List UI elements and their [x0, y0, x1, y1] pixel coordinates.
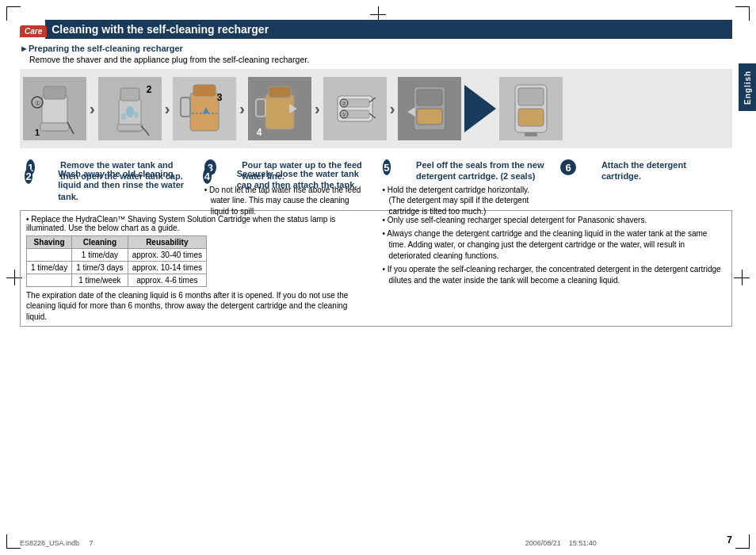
step-4-number: 4: [203, 168, 212, 184]
subtitle-description: Remove the shaver and the appliance plug…: [20, 55, 732, 64]
title-area: Care Cleaning with the self-cleaning rec…: [20, 20, 732, 39]
svg-point-13: [134, 112, 139, 118]
language-label: English: [743, 70, 752, 104]
subtitle: ►Preparing the self-cleaning recharger: [20, 44, 732, 53]
svg-rect-39: [525, 132, 537, 136]
step-4-title: Securely close the water tank cap and th…: [237, 168, 372, 191]
table-cell: [27, 248, 72, 261]
svg-rect-22: [256, 99, 265, 117]
arrow-4-5: ›: [313, 100, 322, 118]
col-empty-4: [554, 123, 732, 204]
final-recharger: [502, 78, 559, 139]
svg-text:1: 1: [35, 128, 40, 137]
table-cell: approx. 4-6 times: [128, 274, 206, 286]
svg-rect-1: [44, 86, 66, 99]
step-2-number: 2: [25, 168, 32, 184]
table-inner: • Replace the HydraClean™ Shaving System…: [26, 215, 726, 323]
svg-rect-33: [417, 90, 442, 105]
tank-illustration-3: 3: [176, 78, 233, 139]
svg-point-11: [126, 106, 134, 117]
table-intro: • Replace the HydraClean™ Shaving System…: [26, 215, 370, 232]
table-cell: 1 time/week: [72, 274, 128, 286]
svg-rect-34: [417, 109, 442, 124]
main-content: Care Cleaning with the self-cleaning rec…: [20, 20, 732, 535]
table-cell: 1 time/day: [27, 261, 72, 274]
diagram-image-6: [398, 77, 461, 140]
svg-rect-21: [269, 86, 291, 98]
corner-mark-tr: [735, 6, 750, 21]
corner-mark-tl: [6, 6, 21, 21]
table-right: • Only use self-cleaning recharger speci…: [383, 215, 727, 323]
table-cell: approx. 10-14 times: [128, 261, 206, 274]
svg-rect-16: [181, 98, 190, 117]
cartridge-illustration-5: ② ①: [326, 78, 384, 139]
svg-text:②: ②: [342, 101, 346, 106]
arrow-3-4: ›: [238, 100, 246, 118]
svg-text:①: ①: [342, 112, 346, 117]
table-cell: [27, 274, 72, 286]
diagram-image-4: 4: [248, 77, 311, 140]
table-section: • Replace the HydraClean™ Shaving System…: [20, 210, 732, 327]
col-header-shaving: Shaving: [27, 235, 72, 248]
diagram-image-3: 3: [173, 77, 236, 140]
page-title: Cleaning with the self-cleaning recharge…: [45, 20, 732, 39]
svg-text:3: 3: [217, 92, 223, 103]
footer-time: 15:51:40: [569, 539, 597, 547]
corner-mark-br: [735, 534, 750, 549]
footer-date: 2006/08/21: [525, 539, 561, 547]
tank-illustration-4: 4: [251, 78, 308, 139]
arrow-1-2: ›: [88, 100, 97, 118]
svg-rect-15: [193, 85, 216, 96]
arrow-5-6: ›: [388, 100, 397, 118]
shaver-illustration-1: ① 1: [26, 78, 83, 139]
diagram-image-final: [499, 77, 563, 140]
subtitle-arrow: ►: [20, 44, 29, 53]
right-bullets: • Only use self-cleaning recharger speci…: [383, 215, 727, 286]
svg-marker-35: [407, 107, 415, 117]
svg-point-12: [121, 113, 126, 120]
subtitle-text: Preparing the self-cleaning recharger: [29, 44, 183, 53]
col-header-cleaning: Cleaning: [72, 235, 128, 248]
svg-rect-37: [518, 88, 544, 105]
corner-mark-bl: [6, 534, 21, 549]
crosshair-right: [734, 270, 750, 285]
footer-info: ES8228_USA.indb 7: [20, 539, 597, 547]
language-sidebar: English: [739, 63, 756, 111]
svg-text:①: ①: [35, 100, 40, 107]
col-header-reusability: Reusability: [128, 235, 206, 248]
svg-rect-8: [120, 88, 139, 101]
svg-text:2: 2: [146, 84, 151, 95]
right-bullet-item: • Only use self-cleaning recharger speci…: [383, 215, 727, 226]
step-2-container: 2 Wash away the old cleaning liquid and …: [25, 168, 193, 202]
svg-rect-38: [518, 109, 544, 126]
table-cell: 1 time/3 days: [72, 261, 128, 274]
svg-rect-2: [40, 123, 69, 131]
step-4-container: 4 Securely close the water tank cap and …: [203, 168, 372, 191]
footer-page: 7: [90, 539, 94, 547]
right-bullet-item: • If you operate the self-cleaning recha…: [383, 264, 727, 286]
table-cell: 1 time/day: [72, 248, 128, 261]
right-bullet-item: • Always change the detergent cartridge …: [383, 228, 727, 262]
care-badge: Care: [20, 25, 47, 37]
recharger-illustration-6: [401, 78, 458, 139]
footer-file: ES8228_USA.indb: [20, 539, 79, 547]
page-number: 7: [727, 534, 732, 545]
usage-table: Shaving Cleaning Reusability 1 time/daya…: [26, 235, 207, 287]
diagram-image-1: ① 1: [23, 77, 86, 140]
diagram-image-5: ② ①: [323, 77, 387, 140]
step-2-title: Wash away the old cleaning liquid and th…: [58, 168, 193, 202]
table-note: The expiration date of the cleaning liqu…: [26, 290, 370, 323]
shaver-illustration-2: 2: [101, 78, 158, 139]
diagram-image-2: 2: [98, 77, 162, 140]
table-left: • Replace the HydraClean™ Shaving System…: [26, 215, 370, 323]
svg-text:4: 4: [257, 127, 262, 138]
table-cell: approx. 30-40 times: [128, 248, 206, 261]
svg-rect-9: [117, 124, 143, 131]
arrow-2-3: ›: [163, 100, 172, 118]
